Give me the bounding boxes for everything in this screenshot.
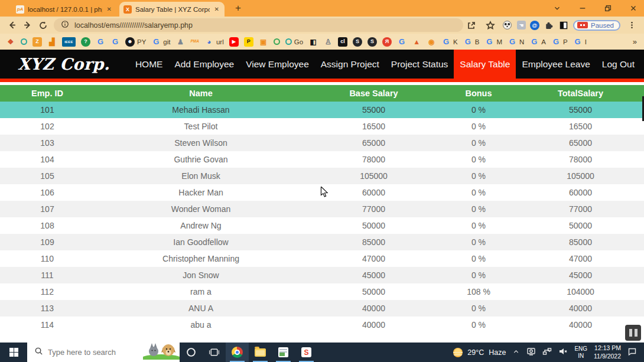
bookmark-item[interactable]: ▣ <box>259 37 268 47</box>
start-button[interactable] <box>0 343 27 362</box>
bookmark-item[interactable]: ❖ <box>6 37 15 47</box>
bookmark-item[interactable]: Go <box>285 38 303 45</box>
taskbar-writer-button[interactable] <box>272 343 295 362</box>
network-icon[interactable] <box>542 347 552 358</box>
bookmarks-overflow-chevron[interactable]: » <box>633 34 637 50</box>
site-info-icon[interactable] <box>61 20 69 31</box>
extension-paused-pill[interactable]: Paused <box>573 20 620 31</box>
bookmark-item[interactable]: GN <box>508 37 524 47</box>
bookmark-item[interactable]: ☻PY <box>125 37 146 47</box>
forward-icon[interactable] <box>20 18 34 32</box>
table-cell: 0 % <box>440 188 517 197</box>
close-window-icon[interactable] <box>629 4 638 13</box>
table-row: 113ANU A400000 %40000 <box>0 300 644 317</box>
bookmark-star-icon[interactable] <box>483 18 498 32</box>
bookmark-item[interactable]: cl <box>338 37 347 47</box>
table-cell: 0 % <box>440 204 517 214</box>
bookmark-item[interactable]: ◉ <box>427 37 436 47</box>
taskbar-screenrec-button[interactable]: S <box>295 343 318 362</box>
bookmark-item[interactable]: ♟ <box>176 37 186 47</box>
bookmarks-bar: ❖Z▟IEEE?GG☻PYGgit♟PMA◕url▶P▣Go◧♙clSSЯG▲◉… <box>0 34 644 50</box>
restore-icon[interactable] <box>603 4 613 13</box>
taskbar-chrome-button[interactable] <box>226 343 249 362</box>
at-extension-icon[interactable]: @ <box>530 21 539 30</box>
bookmark-item[interactable]: S <box>367 37 377 47</box>
bookmark-item[interactable]: G <box>96 37 105 47</box>
table-cell: Christopher Manning <box>95 254 307 263</box>
action-center-icon[interactable] <box>627 347 637 358</box>
person-icon: ♙ <box>323 37 333 47</box>
extensions-puzzle-icon[interactable] <box>544 20 554 31</box>
nav-item-add-employee[interactable]: Add Employee <box>168 50 240 79</box>
share-icon[interactable] <box>464 18 479 32</box>
bookmark-item[interactable]: S <box>353 37 362 47</box>
bookmark-item[interactable]: Ggit <box>151 37 170 47</box>
taskbar-clock[interactable]: 12:13 PM 11/9/2022 <box>594 344 621 360</box>
bookmark-item[interactable]: ▲ <box>412 37 421 47</box>
browser-tab-phpmyadmin[interactable]: pA localhost / 127.0.0.1 | phpMyAdm ✕ <box>12 2 117 17</box>
search-input[interactable] <box>48 348 131 357</box>
bookmark-item[interactable]: GA <box>529 37 546 47</box>
google-icon: G <box>110 37 120 47</box>
bookmark-item[interactable]: ▟ <box>47 37 57 47</box>
nav-item-log-out[interactable]: Log Out <box>596 50 640 79</box>
bookmark-item[interactable]: G <box>397 37 406 47</box>
bookmark-item[interactable] <box>274 38 280 45</box>
bookmark-item[interactable]: ? <box>81 37 90 47</box>
bookmark-item[interactable]: GB <box>463 37 480 47</box>
panda-extension-icon[interactable] <box>502 20 513 31</box>
bookmark-item[interactable]: ◧ <box>308 37 318 47</box>
address-bar[interactable]: localhost/ems////////////salaryemp.php <box>54 18 463 32</box>
volume-muted-icon[interactable] <box>558 347 568 358</box>
minimize-icon[interactable] <box>578 4 587 13</box>
nav-item-salary-table[interactable]: Salary Table <box>454 50 516 79</box>
tray-chevron-up-icon[interactable] <box>512 347 520 358</box>
table-cell: 0 % <box>440 320 517 330</box>
taskbar-explorer-button[interactable] <box>249 343 272 362</box>
bookmark-item[interactable]: IEEE <box>62 37 76 47</box>
bookmark-item[interactable]: ◕url <box>204 37 224 47</box>
bookmark-item[interactable]: ♙ <box>323 37 333 47</box>
dark-reader-extension-icon[interactable] <box>558 20 569 31</box>
task-view-button[interactable] <box>203 343 226 362</box>
search-pets-illustration[interactable] <box>143 341 180 362</box>
tab-search-chevron-icon[interactable] <box>552 4 562 13</box>
hand-cursor-extension-icon[interactable]: ☚ <box>517 21 526 30</box>
nav-item-assign-project[interactable]: Assign Project <box>315 50 385 79</box>
site-logo[interactable]: XYZ Corp. <box>18 55 110 73</box>
nav-item-employee-leave[interactable]: Employee Leave <box>516 50 596 79</box>
reload-icon[interactable] <box>36 18 50 32</box>
new-tab-button[interactable]: + <box>230 1 246 16</box>
bookmark-item[interactable]: GP <box>551 37 568 47</box>
nav-item-view-employee[interactable]: View Employee <box>240 50 315 79</box>
cortana-button[interactable] <box>180 343 203 362</box>
browser-tab-salary-table[interactable]: X Salary Table | XYZ Corporation ✕ <box>119 2 225 17</box>
bookmark-item[interactable] <box>21 38 27 45</box>
recorder-badge-icon <box>577 22 588 28</box>
bookmark-item[interactable]: Z <box>32 37 42 47</box>
taskbar-search[interactable] <box>27 343 180 362</box>
table-cell: 16500 <box>307 122 440 131</box>
close-tab-icon[interactable]: ✕ <box>106 6 113 12</box>
bookmark-item[interactable]: G <box>110 37 120 47</box>
nav-item-home[interactable]: HOME <box>129 50 169 79</box>
language-indicator[interactable]: ENG IN <box>574 345 587 360</box>
table-row: 108Andrew Ng500000 %50000 <box>0 217 644 234</box>
cast-monitor-icon[interactable] <box>526 347 536 358</box>
table-cell: 0 % <box>440 138 517 148</box>
weather-temp: 29°C <box>467 348 484 357</box>
close-tab-icon[interactable]: ✕ <box>213 6 220 12</box>
nav-item-project-status[interactable]: Project Status <box>385 50 454 79</box>
bookmark-item[interactable]: ▶ <box>229 37 239 47</box>
bookmark-item[interactable]: GM <box>484 37 502 47</box>
url-text[interactable]: localhost/ems////////////salaryemp.php <box>74 21 193 30</box>
weather-widget[interactable]: 29°C Haze <box>453 348 506 357</box>
recorder-pause-button[interactable] <box>625 325 641 341</box>
bookmark-item[interactable]: Я <box>382 37 392 47</box>
bookmark-item[interactable]: GI <box>573 37 587 47</box>
bookmark-item[interactable]: P <box>244 37 253 47</box>
bookmark-item[interactable]: GK <box>441 37 458 47</box>
browser-menu-icon[interactable] <box>625 18 639 32</box>
back-icon[interactable] <box>5 18 19 32</box>
bookmark-item[interactable]: PMA <box>191 37 199 47</box>
